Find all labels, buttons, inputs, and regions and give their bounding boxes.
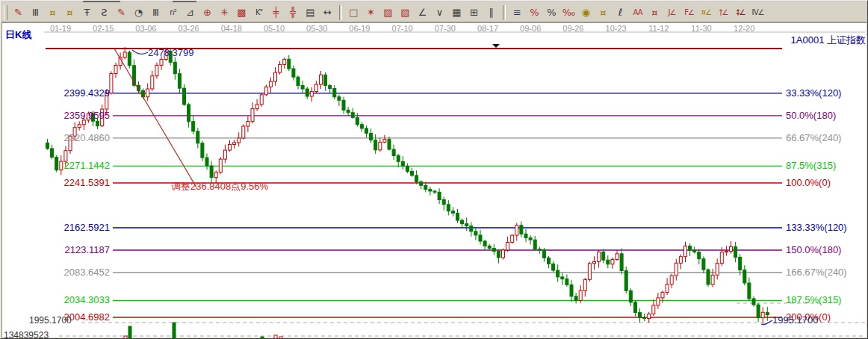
candle[interactable] bbox=[447, 200, 450, 215]
candle[interactable] bbox=[370, 128, 373, 143]
candle[interactable] bbox=[689, 243, 692, 256]
candle[interactable] bbox=[707, 268, 710, 287]
candle[interactable] bbox=[743, 265, 746, 285]
candle[interactable] bbox=[574, 293, 577, 303]
candle[interactable] bbox=[461, 219, 464, 228]
candle[interactable] bbox=[734, 242, 737, 262]
candle[interactable] bbox=[238, 132, 241, 146]
candle[interactable] bbox=[598, 250, 601, 267]
candle[interactable] bbox=[675, 259, 678, 281]
candle[interactable] bbox=[624, 267, 627, 293]
candle[interactable] bbox=[306, 87, 309, 99]
candle[interactable] bbox=[288, 55, 291, 71]
candle[interactable] bbox=[424, 182, 427, 193]
candle[interactable] bbox=[205, 154, 208, 170]
candle[interactable] bbox=[725, 246, 728, 255]
candle[interactable] bbox=[684, 242, 687, 263]
candle[interactable] bbox=[347, 107, 350, 116]
candle[interactable] bbox=[588, 262, 591, 282]
candle[interactable] bbox=[383, 135, 386, 143]
candle[interactable] bbox=[670, 274, 673, 288]
candle[interactable] bbox=[173, 57, 176, 80]
candle[interactable] bbox=[229, 140, 232, 152]
candle[interactable] bbox=[351, 108, 354, 119]
candle[interactable] bbox=[274, 67, 277, 86]
candle[interactable] bbox=[456, 209, 459, 223]
candle[interactable] bbox=[620, 249, 623, 275]
candle[interactable] bbox=[652, 299, 655, 316]
candle[interactable] bbox=[388, 137, 391, 151]
candle[interactable] bbox=[178, 69, 181, 94]
candle[interactable] bbox=[520, 222, 523, 237]
candle[interactable] bbox=[292, 66, 295, 81]
candle[interactable] bbox=[748, 278, 751, 302]
candle[interactable] bbox=[392, 145, 395, 161]
candle[interactable] bbox=[78, 121, 81, 130]
candle[interactable] bbox=[269, 78, 272, 93]
candle[interactable] bbox=[183, 84, 186, 106]
candle[interactable] bbox=[533, 236, 536, 251]
candle[interactable] bbox=[593, 256, 596, 270]
candle[interactable] bbox=[433, 190, 436, 194]
candle[interactable] bbox=[766, 307, 769, 321]
candle[interactable] bbox=[310, 87, 313, 102]
candle[interactable] bbox=[379, 138, 382, 152]
candle[interactable] bbox=[616, 250, 619, 261]
candle[interactable] bbox=[502, 249, 505, 260]
candle[interactable] bbox=[438, 188, 441, 204]
candle[interactable] bbox=[730, 241, 733, 253]
candle[interactable] bbox=[283, 57, 286, 69]
candle[interactable] bbox=[511, 234, 514, 244]
candle[interactable] bbox=[201, 141, 204, 161]
candle[interactable] bbox=[255, 99, 258, 111]
candle[interactable] bbox=[542, 248, 545, 262]
candle[interactable] bbox=[342, 97, 345, 114]
candle[interactable] bbox=[483, 240, 486, 251]
candle[interactable] bbox=[297, 75, 300, 89]
candle[interactable] bbox=[679, 255, 682, 270]
candle[interactable] bbox=[155, 63, 158, 79]
candle[interactable] bbox=[497, 249, 500, 264]
candle[interactable] bbox=[251, 102, 254, 123]
candle[interactable] bbox=[264, 84, 267, 96]
candle[interactable] bbox=[329, 84, 332, 93]
candle[interactable] bbox=[420, 180, 423, 189]
candle[interactable] bbox=[451, 207, 454, 217]
candle[interactable] bbox=[192, 116, 195, 134]
candle[interactable] bbox=[552, 261, 555, 272]
position-marker-icon[interactable] bbox=[492, 44, 500, 48]
candle[interactable] bbox=[187, 103, 190, 128]
plot-canvas[interactable] bbox=[1, 1, 868, 339]
candle[interactable] bbox=[415, 170, 418, 184]
candle[interactable] bbox=[442, 197, 445, 211]
candle[interactable] bbox=[643, 314, 646, 321]
candle[interactable] bbox=[397, 154, 400, 167]
candle[interactable] bbox=[557, 264, 559, 282]
candle[interactable] bbox=[333, 85, 336, 99]
candle[interactable] bbox=[711, 269, 714, 287]
candle[interactable] bbox=[602, 249, 605, 264]
candle[interactable] bbox=[406, 164, 409, 173]
candle[interactable] bbox=[538, 246, 541, 254]
candle[interactable] bbox=[411, 168, 414, 177]
candle[interactable] bbox=[761, 308, 764, 323]
candle[interactable] bbox=[570, 280, 573, 302]
candle[interactable] bbox=[716, 258, 719, 279]
candle[interactable] bbox=[242, 124, 245, 140]
candle[interactable] bbox=[479, 230, 482, 245]
candle[interactable] bbox=[565, 275, 568, 287]
candle[interactable] bbox=[429, 187, 432, 196]
candle[interactable] bbox=[160, 56, 163, 69]
candle[interactable] bbox=[356, 113, 359, 126]
candle[interactable] bbox=[320, 71, 323, 89]
candle[interactable] bbox=[666, 278, 669, 295]
candle[interactable] bbox=[260, 93, 263, 107]
candle[interactable] bbox=[633, 300, 636, 316]
candle[interactable] bbox=[474, 227, 477, 240]
candle[interactable] bbox=[488, 244, 491, 250]
candle[interactable] bbox=[579, 285, 582, 303]
candle[interactable] bbox=[146, 84, 149, 101]
candle[interactable] bbox=[219, 157, 222, 173]
candle[interactable] bbox=[529, 235, 532, 245]
candle[interactable] bbox=[524, 229, 527, 242]
